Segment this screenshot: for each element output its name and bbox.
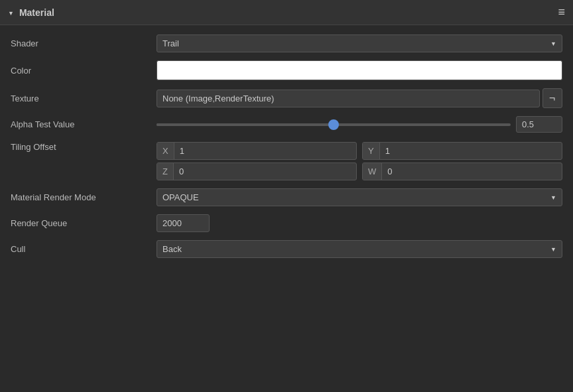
material-render-mode-value: OPAQUE <box>162 192 199 202</box>
slider-container: 0.5 <box>157 116 562 133</box>
render-queue-label: Render Queue <box>11 218 157 228</box>
slider-fill <box>157 123 334 126</box>
expand-icon[interactable] <box>8 7 14 17</box>
tiling-w-label: W <box>363 163 382 180</box>
tiling-zw-row: Z W <box>157 163 562 180</box>
cull-row: Cull Back <box>0 236 573 262</box>
tiling-y-group: Y <box>362 142 562 160</box>
tiling-w-group: W <box>362 163 562 180</box>
cull-control: Back <box>157 240 562 258</box>
panel-body: Shader Trail Color Texture None (Image,R… <box>0 25 573 267</box>
texture-pick-button[interactable]: ⌐ <box>542 88 562 108</box>
color-row: Color <box>0 56 573 84</box>
render-queue-control <box>157 214 562 232</box>
cull-dropdown-arrow <box>550 245 556 253</box>
tiling-offset-row: Tiling Offset X Y <box>0 137 573 184</box>
tiling-offset-label: Tiling Offset <box>11 142 157 152</box>
cull-label: Cull <box>11 244 157 254</box>
material-render-mode-arrow <box>550 194 556 201</box>
tiling-x-label: X <box>157 143 174 159</box>
render-queue-input[interactable] <box>157 214 210 232</box>
tiling-offset-control: X Y Z <box>157 142 562 180</box>
material-render-mode-control: OPAQUE <box>157 188 562 206</box>
texture-label: Texture <box>11 94 157 103</box>
texture-row: Texture None (Image,RenderTexture) ⌐ <box>0 84 573 112</box>
tiling-w-input[interactable] <box>382 163 562 180</box>
material-render-mode-label: Material Render Mode <box>11 192 157 202</box>
shader-label: Shader <box>11 38 157 48</box>
alpha-test-control: 0.5 <box>157 116 562 133</box>
shader-dropdown-arrow <box>550 40 556 47</box>
texture-control: None (Image,RenderTexture) ⌐ <box>157 88 562 108</box>
tiling-rows-container: X Y Z <box>157 142 562 180</box>
panel-header: Material <box>0 0 573 25</box>
tiling-z-input[interactable] <box>174 163 356 180</box>
pick-icon: ⌐ <box>549 92 555 104</box>
shader-dropdown[interactable]: Trail <box>157 34 562 52</box>
tiling-y-label: Y <box>363 143 380 159</box>
texture-control-wrapper: None (Image,RenderTexture) ⌐ <box>157 88 562 108</box>
alpha-test-row: Alpha Test Value 0.5 <box>0 112 573 137</box>
tiling-z-group: Z <box>157 163 357 180</box>
panel-header-left: Material <box>8 7 54 18</box>
shader-value: Trail <box>162 38 179 48</box>
material-render-mode-dropdown[interactable]: OPAQUE <box>157 188 562 206</box>
color-field[interactable] <box>157 60 562 80</box>
tiling-x-group: X <box>157 142 357 160</box>
slider-thumb[interactable] <box>328 119 339 130</box>
alpha-test-label: Alpha Test Value <box>11 119 157 129</box>
cull-dropdown[interactable]: Back <box>157 240 562 258</box>
alpha-test-value[interactable]: 0.5 <box>516 116 562 133</box>
shader-row: Shader Trail <box>0 31 573 56</box>
tiling-z-label: Z <box>157 163 174 180</box>
material-panel: Material Shader Trail Color Texture <box>0 0 573 392</box>
color-label: Color <box>11 66 157 76</box>
panel-title: Material <box>19 7 54 18</box>
color-control <box>157 60 562 80</box>
material-render-mode-row: Material Render Mode OPAQUE <box>0 184 573 210</box>
tiling-xy-row: X Y <box>157 142 562 160</box>
texture-field: None (Image,RenderTexture) <box>157 90 540 107</box>
tiling-x-input[interactable] <box>174 143 356 159</box>
menu-icon[interactable] <box>558 5 565 19</box>
cull-value: Back <box>162 244 182 254</box>
shader-control: Trail <box>157 34 562 52</box>
alpha-slider-track[interactable] <box>157 123 511 126</box>
render-queue-row: Render Queue <box>0 210 573 236</box>
tiling-y-input[interactable] <box>380 143 562 159</box>
